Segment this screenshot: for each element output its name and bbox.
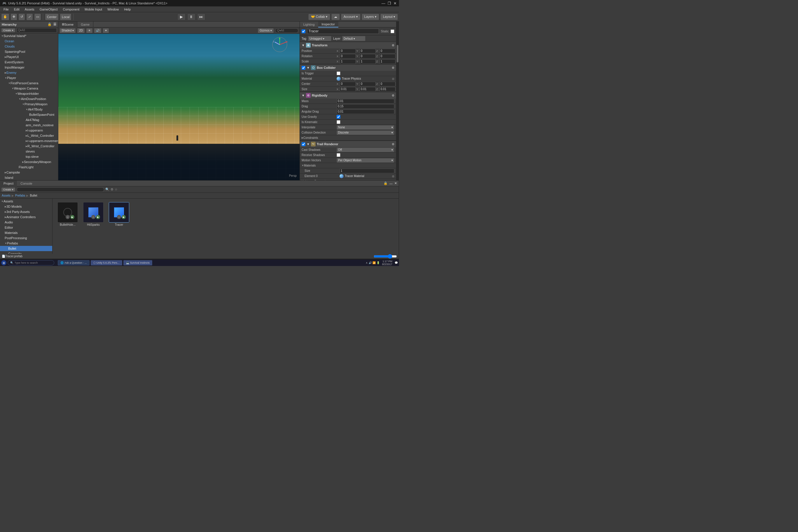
tree-item-l-upperarm[interactable]: ▶ l-upperarm <box>0 128 58 133</box>
asset-item-tracer[interactable]: ▶ ○ Tracer <box>107 202 131 226</box>
static-checkbox[interactable] <box>391 30 394 33</box>
menu-assets[interactable]: Assets <box>22 6 37 12</box>
object-name-input[interactable]: Tracer <box>307 28 379 34</box>
angular-drag-input[interactable] <box>337 109 394 114</box>
project-search-input[interactable] <box>17 187 104 192</box>
tree-item-secondary-weapon[interactable]: ▶ SecondaryWeapon <box>0 159 58 165</box>
trail-renderer-header[interactable]: ▼ 〜 Trail Renderer ⚙ <box>300 141 396 147</box>
rotation-x-input[interactable] <box>340 54 356 59</box>
project-min-icon[interactable]: — <box>390 182 393 185</box>
title-bar-controls[interactable]: — ❐ ✕ <box>381 1 397 5</box>
scene-search-input[interactable] <box>275 28 298 33</box>
layer-dropdown[interactable]: Default ▾ <box>342 36 365 41</box>
tree-item-player[interactable]: ▼ Player <box>0 75 58 80</box>
fx-button[interactable]: ✦ <box>103 28 109 33</box>
menu-window[interactable]: Window <box>105 6 121 12</box>
tree-item-ocean[interactable]: Ocean <box>0 38 58 44</box>
tree-item-weapon-holder[interactable]: ▼ WeaponHolder <box>0 91 58 96</box>
menu-help[interactable]: Help <box>121 6 133 12</box>
tree-item-sleves[interactable]: sleves <box>0 149 58 154</box>
close-button[interactable]: ✕ <box>394 1 397 5</box>
tab-project[interactable]: Project <box>0 180 17 186</box>
position-z-input[interactable] <box>379 49 396 53</box>
tree-item-player-ui[interactable]: ▶ PlayerUI <box>0 54 58 59</box>
layout-button[interactable]: Layout ▾ <box>380 14 398 20</box>
taskbar-item-unity[interactable]: ⬡ Unity 5.6.2f1 Pers... <box>91 260 122 265</box>
tree-item-first-person-camera[interactable]: ▼ FirstPersonCamera <box>0 80 58 86</box>
local-button[interactable]: Local <box>60 14 72 20</box>
collider-active-checkbox[interactable] <box>302 66 305 70</box>
settings-icon[interactable]: ⚙ <box>392 44 394 47</box>
2d-button[interactable]: 2D <box>77 28 85 33</box>
project-tree[interactable]: ▼ Assets ▶ 3D Models ▶ 3rd Party Assets … <box>0 198 53 254</box>
box-collider-header[interactable]: ▼ ⬡ Box Collider ⚙ <box>300 64 396 71</box>
star-icon[interactable]: ☆ <box>115 188 117 191</box>
project-create-button[interactable]: Create ▾ <box>1 187 16 192</box>
taskbar-item-survival[interactable]: 💻 Survival Instincts <box>124 260 153 265</box>
receive-shadows-checkbox[interactable] <box>337 153 340 157</box>
collider-material-picker[interactable]: ◎ <box>392 77 394 80</box>
rotation-y-input[interactable] <box>360 54 376 59</box>
position-y-input[interactable] <box>360 49 376 53</box>
maximize-button[interactable]: ❐ <box>387 1 391 5</box>
scene-viewport[interactable]: Y X Z Persp <box>58 34 300 180</box>
tree-item-campsite[interactable]: ▶ Campsite <box>0 170 58 175</box>
tree-item-assets[interactable]: ▼ Assets <box>0 198 52 204</box>
is-kinematic-checkbox[interactable] <box>337 120 340 124</box>
rect-tool-button[interactable]: ▭ <box>34 14 41 20</box>
collision-detection-dropdown[interactable]: Discrete ▾ <box>337 130 394 135</box>
menu-gameobject[interactable]: GameObject <box>37 6 60 12</box>
menu-file[interactable]: File <box>1 6 11 12</box>
tree-item-event-system[interactable]: EventSystem <box>0 59 58 65</box>
trail-material-picker[interactable]: ◎ <box>392 175 394 178</box>
tree-item-3rd-party[interactable]: ▶ 3rd Party Assets <box>0 209 52 214</box>
minimize-button[interactable]: — <box>381 1 385 5</box>
step-button[interactable]: ⏭ <box>197 14 205 20</box>
position-x-input[interactable] <box>340 49 356 53</box>
tree-item-editor[interactable]: Editor <box>0 225 52 230</box>
cast-shadows-dropdown[interactable]: Off ▾ <box>337 148 394 152</box>
breadcrumb-prefabs[interactable]: Prefabs <box>15 194 25 197</box>
tree-item-primary-weapon[interactable]: ▼ PrimaryWeapon <box>0 101 58 107</box>
tree-item-spawning-pool[interactable]: SpawningPool <box>0 49 58 54</box>
tab-lighting[interactable]: Lighting <box>300 22 318 27</box>
tree-item-ak47-body[interactable]: ▼ Ak47Body <box>0 107 58 112</box>
size-input[interactable] <box>340 169 394 173</box>
settings-icon[interactable]: ⚙ <box>392 142 394 146</box>
scale-z-input[interactable] <box>379 59 396 64</box>
is-trigger-checkbox[interactable] <box>337 72 340 75</box>
size-x-input[interactable] <box>340 87 356 92</box>
tree-item-bullet-spawn-point[interactable]: BulletSpawnPoint <box>0 112 58 117</box>
tab-inspector[interactable]: Inspector <box>318 22 338 27</box>
size-z-input[interactable] <box>379 87 396 92</box>
rotate-tool-button[interactable]: ↺ <box>18 14 25 20</box>
pause-button[interactable]: ⏸ <box>187 14 195 20</box>
tree-item-prefabs[interactable]: ▼ Prefabs <box>0 241 52 246</box>
rigidbody-header[interactable]: ▼ ⊙ Rigidbody ⚙ <box>300 92 396 99</box>
tree-item-island[interactable]: Island <box>0 175 58 180</box>
tab-game[interactable]: Game <box>77 22 93 27</box>
cloud-button[interactable]: ☁ <box>331 14 340 20</box>
menu-component[interactable]: Component <box>60 6 82 12</box>
tree-item-audio[interactable]: Audio <box>0 220 52 225</box>
project-close-icon[interactable]: ✕ <box>394 182 397 185</box>
drag-input[interactable] <box>337 104 394 109</box>
tree-item-enemy[interactable]: ▶ Enemy <box>0 70 58 75</box>
asset-item-hitsparks[interactable]: ▶ ○ HitSparks <box>82 202 105 226</box>
tab-console[interactable]: Console <box>17 180 36 186</box>
hierarchy-menu-icon[interactable]: ☰ <box>53 22 56 26</box>
hierarchy-create-button[interactable]: Create ▾ <box>1 28 16 33</box>
menu-mobile-input[interactable]: Mobile Input <box>82 6 104 12</box>
tree-item-r-upperarm[interactable]: ▶ r-upperarm-movement <box>0 138 58 144</box>
tree-item-animator[interactable]: ▶ Animator Controllers <box>0 214 52 220</box>
breadcrumb-assets[interactable]: Assets <box>2 194 11 197</box>
tree-item-3d-models[interactable]: ▶ 3D Models <box>0 204 52 209</box>
asset-item-bullethole[interactable]: ▶ ○ BulletHole... <box>56 202 79 226</box>
settings-icon[interactable]: ⚙ <box>392 66 394 70</box>
tree-item-weapon-camera[interactable]: ▼ Weapon Camera <box>0 86 58 91</box>
center-x-input[interactable] <box>340 82 356 86</box>
menu-edit[interactable]: Edit <box>12 6 22 12</box>
rotation-z-input[interactable] <box>379 54 396 59</box>
tree-item-clouds[interactable]: Clouds <box>0 44 58 49</box>
mass-input[interactable] <box>337 99 394 103</box>
